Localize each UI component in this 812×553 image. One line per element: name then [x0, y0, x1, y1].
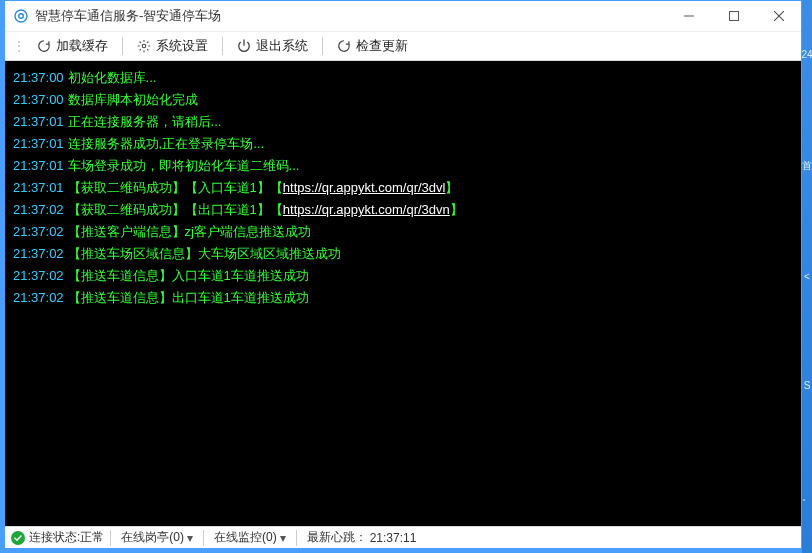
log-line: 21:37:02【推送客户端信息】zj客户端信息推送成功	[13, 221, 793, 243]
log-timestamp: 21:37:01	[13, 158, 64, 173]
log-link[interactable]: https://qr.appykt.com/qr/3dvn	[283, 202, 450, 217]
connection-status-text: 连接状态:正常	[29, 529, 104, 546]
system-settings-button[interactable]: 系统设置	[129, 34, 216, 58]
log-line: 21:37:01车场登录成功，即将初始化车道二维码...	[13, 155, 793, 177]
statusbar: 连接状态:正常 在线岗亭(0) ▾ 在线监控(0) ▾ 最新心跳： 21:37:…	[5, 526, 801, 548]
log-timestamp: 21:37:02	[13, 202, 64, 217]
load-cache-button[interactable]: 加载缓存	[29, 34, 116, 58]
log-line: 21:37:00数据库脚本初始化完成	[13, 89, 793, 111]
log-line: 21:37:02【推送车道信息】出口车道1车道推送成功	[13, 287, 793, 309]
log-message: 【推送车场区域信息】大车场区域区域推送成功	[68, 246, 341, 261]
log-line: 21:37:00初始化数据库...	[13, 67, 793, 89]
exit-system-label: 退出系统	[256, 37, 308, 55]
load-cache-label: 加载缓存	[56, 37, 108, 55]
connection-status: 连接状态:正常	[11, 529, 104, 546]
log-message: 】	[445, 180, 458, 195]
app-icon	[13, 8, 29, 24]
log-message: 数据库脚本初始化完成	[68, 92, 198, 107]
log-timestamp: 21:37:00	[13, 70, 64, 85]
refresh-icon	[37, 39, 51, 53]
log-line: 21:37:02【获取二维码成功】【出口车道1】【https://qr.appy…	[13, 199, 793, 221]
log-message: 【推送客户端信息】zj客户端信息推送成功	[68, 224, 311, 239]
log-message: 正在连接服务器，请稍后...	[68, 114, 222, 129]
log-message: 【推送车道信息】出口车道1车道推送成功	[68, 290, 309, 305]
log-message: 【推送车道信息】入口车道1车道推送成功	[68, 268, 309, 283]
heartbeat: 最新心跳： 21:37:11	[303, 529, 421, 546]
log-timestamp: 21:37:02	[13, 290, 64, 305]
check-update-label: 检查更新	[356, 37, 408, 55]
log-message: 初始化数据库...	[68, 70, 157, 85]
separator	[296, 530, 297, 546]
log-line: 21:37:02【推送车道信息】入口车道1车道推送成功	[13, 265, 793, 287]
log-message: 连接服务器成功,正在登录停车场...	[68, 136, 264, 151]
log-timestamp: 21:37:02	[13, 224, 64, 239]
window-title: 智慧停车通信服务-智安通停车场	[35, 7, 666, 25]
separator	[110, 530, 111, 546]
log-timestamp: 21:37:01	[13, 114, 64, 129]
online-sentry-label: 在线岗亭(0)	[121, 529, 184, 546]
power-icon	[237, 39, 251, 53]
refresh-icon	[337, 39, 351, 53]
background-edge: 24首<S。	[802, 0, 812, 553]
log-message: 】	[450, 202, 463, 217]
system-settings-label: 系统设置	[156, 37, 208, 55]
log-line: 21:37:01正在连接服务器，请稍后...	[13, 111, 793, 133]
close-button[interactable]	[756, 1, 801, 31]
online-sentry-dropdown[interactable]: 在线岗亭(0) ▾	[117, 529, 197, 546]
log-timestamp: 21:37:01	[13, 180, 64, 195]
log-timestamp: 21:37:01	[13, 136, 64, 151]
toolbar-grip: ⋮	[13, 39, 27, 53]
online-monitor-dropdown[interactable]: 在线监控(0) ▾	[210, 529, 290, 546]
log-timestamp: 21:37:02	[13, 246, 64, 261]
exit-system-button[interactable]: 退出系统	[229, 34, 316, 58]
chevron-down-icon: ▾	[187, 531, 193, 545]
window-controls	[666, 1, 801, 31]
minimize-button[interactable]	[666, 1, 711, 31]
gear-icon	[137, 39, 151, 53]
log-timestamp: 21:37:00	[13, 92, 64, 107]
svg-rect-3	[729, 12, 738, 21]
heartbeat-label: 最新心跳：	[307, 529, 367, 546]
separator	[203, 530, 204, 546]
titlebar: 智慧停车通信服务-智安通停车场	[5, 1, 801, 31]
log-line: 21:37:01连接服务器成功,正在登录停车场...	[13, 133, 793, 155]
chevron-down-icon: ▾	[280, 531, 286, 545]
separator	[122, 37, 123, 55]
log-message: 【获取二维码成功】【入口车道1】【	[68, 180, 283, 195]
heartbeat-time: 21:37:11	[370, 531, 417, 545]
log-console[interactable]: 21:37:00初始化数据库...21:37:00数据库脚本初始化完成21:37…	[5, 61, 801, 526]
separator	[322, 37, 323, 55]
maximize-button[interactable]	[711, 1, 756, 31]
log-link[interactable]: https://qr.appykt.com/qr/3dvl	[283, 180, 446, 195]
online-monitor-label: 在线监控(0)	[214, 529, 277, 546]
separator	[222, 37, 223, 55]
toolbar: ⋮ 加载缓存 系统设置 退出系统 检查更新	[5, 31, 801, 61]
log-line: 21:37:01【获取二维码成功】【入口车道1】【https://qr.appy…	[13, 177, 793, 199]
svg-point-0	[15, 10, 27, 22]
log-line: 21:37:02【推送车场区域信息】大车场区域区域推送成功	[13, 243, 793, 265]
svg-point-6	[142, 44, 146, 48]
svg-point-1	[19, 14, 24, 19]
log-message: 车场登录成功，即将初始化车道二维码...	[68, 158, 300, 173]
check-icon	[11, 531, 25, 545]
log-message: 【获取二维码成功】【出口车道1】【	[68, 202, 283, 217]
check-update-button[interactable]: 检查更新	[329, 34, 416, 58]
app-window: 智慧停车通信服务-智安通停车场 ⋮ 加载缓存 系统设置 退出系统 检查更新 21…	[4, 0, 802, 549]
log-timestamp: 21:37:02	[13, 268, 64, 283]
